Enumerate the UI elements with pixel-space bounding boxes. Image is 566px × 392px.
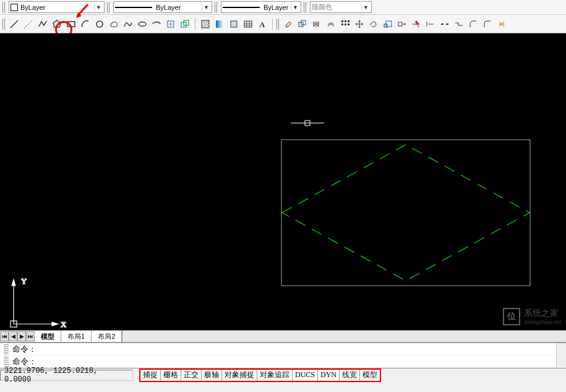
rectangle-tool[interactable] [65,18,77,30]
lineweight-label: ByLayer [264,4,289,11]
command-area: 命令： 命令： [0,343,566,368]
move-tool[interactable] [353,18,366,30]
layout-tabs: ⏮ ◀ ▶ ⏭ 模型 布局1 布局2 [0,330,566,343]
tab-last-button[interactable]: ⏭ [26,331,35,341]
erase-tool[interactable] [282,18,294,30]
polygon-tool[interactable] [51,18,63,30]
svg-line-1 [24,20,33,28]
arc-tool[interactable] [79,18,92,30]
array-tool[interactable] [339,18,351,30]
tab-model[interactable]: 模型 [35,331,61,342]
region-tool[interactable] [228,18,240,30]
snap-toggle-model[interactable]: 模型 [360,370,380,381]
snap-toggle-dyn[interactable]: DYN [318,370,340,381]
tab-next-button[interactable]: ▶ [17,331,26,341]
tab-prev-button[interactable]: ◀ [9,331,17,341]
insert-block-tool[interactable] [165,18,177,30]
grip-handle[interactable] [4,357,9,367]
chamfer-tool[interactable] [467,18,479,30]
svg-rect-18 [348,20,349,22]
fillet-tool[interactable] [481,18,494,30]
construction-line-tool[interactable] [22,18,35,30]
break-tool[interactable] [439,18,451,30]
color-label: 随颜色 [312,2,360,12]
rotate-tool[interactable] [367,18,380,30]
copy-tool[interactable] [296,18,309,30]
svg-rect-24 [398,22,402,26]
svg-rect-10 [216,20,223,28]
spline-tool[interactable] [122,18,134,30]
svg-rect-16 [341,20,343,22]
svg-rect-25 [281,140,530,286]
revision-cloud-tool[interactable] [108,18,120,30]
svg-rect-3 [67,22,75,27]
snap-toggle-osnap[interactable]: 对象捕捉 [222,370,257,381]
table-tool[interactable] [242,18,254,30]
chevron-down-icon: ▼ [202,4,210,11]
tab-spacer [122,331,566,342]
stretch-tool[interactable] [396,18,408,30]
svg-point-5 [139,22,146,26]
mirror-tool[interactable] [311,18,323,30]
grip-handle[interactable] [4,344,9,354]
watermark-url: xitongzhijia.net [524,319,561,325]
grip-handle[interactable] [215,2,218,13]
gradient-tool[interactable] [213,18,226,30]
snap-toggle-ducs[interactable]: DUCS [293,370,318,381]
svg-rect-12 [244,21,252,27]
tab-first-button[interactable]: ⏮ [0,331,9,341]
watermark-text: 系统之家 [524,308,561,319]
snap-toggle-polar[interactable]: 极轴 [202,370,222,381]
svg-rect-20 [345,23,346,25]
tab-layout2[interactable]: 布局2 [92,331,122,342]
extend-tool[interactable] [424,18,437,30]
grip-handle[interactable] [2,19,6,30]
grip-handle[interactable] [277,19,280,30]
grip-handle[interactable] [107,2,111,13]
color-dropdown[interactable]: 随颜色 ▼ [310,1,372,13]
svg-marker-31 [12,279,15,286]
polyline-tool[interactable] [36,18,49,30]
chevron-down-icon: ▼ [361,4,370,11]
svg-rect-17 [345,20,346,22]
svg-rect-19 [341,23,343,25]
linetype-preview [115,7,152,8]
grip-handle[interactable] [2,2,6,13]
layer-dropdown[interactable]: ByLayer ▼ [9,1,105,13]
join-tool[interactable] [453,18,465,30]
circle-tool[interactable] [93,18,106,30]
ellipse-tool[interactable] [136,18,148,30]
chevron-down-icon: ▼ [94,4,103,11]
snap-toggle-grid[interactable]: 栅格 [161,370,181,381]
lineweight-preview [223,7,260,8]
chevron-down-icon: ▼ [291,4,299,11]
separator [272,18,273,30]
scrollbar[interactable] [556,343,566,368]
layer-label: ByLayer [20,4,93,11]
ellipse-arc-tool[interactable] [150,18,163,30]
line-tool[interactable] [8,18,20,30]
explode-tool[interactable] [495,18,508,30]
snap-toggle-snap[interactable]: 捕捉 [140,370,161,381]
linetype-dropdown[interactable]: ByLayer ▼ [113,1,212,13]
svg-text:Y: Y [21,276,27,286]
snap-toggle-lwt[interactable]: 线宽 [340,370,360,381]
lineweight-dropdown[interactable]: ByLayer ▼ [221,1,301,13]
command-prompt: 命令： [12,356,36,367]
svg-rect-11 [231,21,237,27]
snap-toggle-otrack[interactable]: 对象追踪 [257,370,293,381]
make-block-tool[interactable] [179,18,191,30]
hatch-tool[interactable] [199,18,212,30]
grip-handle[interactable] [304,2,307,13]
svg-marker-26 [282,145,530,281]
snap-toggle-ortho[interactable]: 正交 [181,370,202,381]
trim-tool[interactable] [410,18,422,30]
drawing-canvas[interactable]: Y X 位 系统之家 xitongzhijia.net [0,33,566,330]
scale-tool[interactable] [382,18,394,30]
text-tool[interactable]: A [256,18,268,30]
offset-tool[interactable] [325,18,337,30]
coordinate-display[interactable]: 3221.9706, 1225.0218, 0.0000 [0,370,133,381]
layer-swatch [11,4,18,11]
tab-layout1[interactable]: 布局1 [61,331,92,342]
watermark: 位 系统之家 xitongzhijia.net [503,308,561,325]
